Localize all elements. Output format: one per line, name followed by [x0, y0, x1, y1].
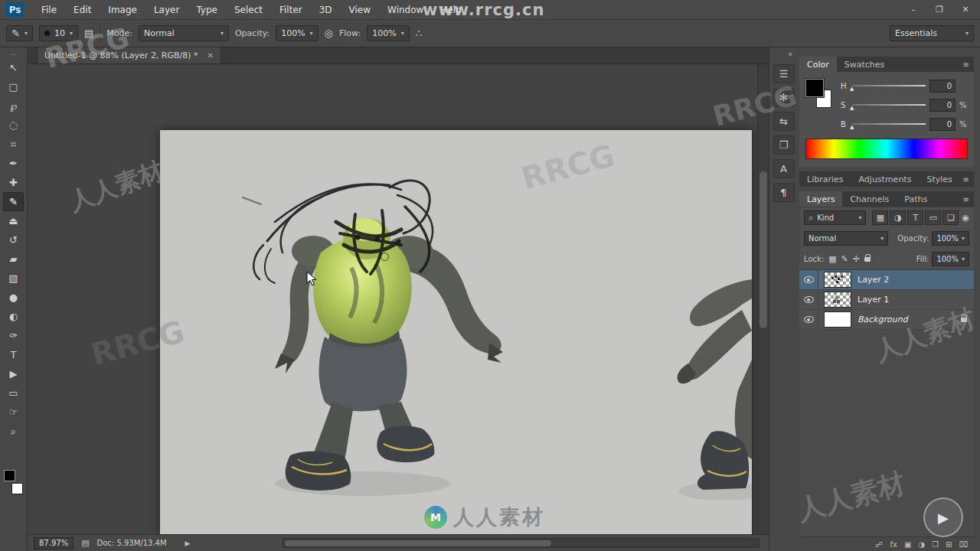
brush-settings-panel-icon[interactable]: ☰ [773, 64, 795, 83]
active-color-swatch[interactable] [805, 79, 833, 111]
clone-stamp-tool[interactable]: ⏏ [3, 211, 24, 230]
brush-preset-picker[interactable]: 10 ▾ [39, 25, 78, 41]
layer-filter-toggle-icon[interactable]: ◉ [962, 213, 969, 223]
flow-select[interactable]: 100% ▾ [367, 25, 409, 41]
tab-swatches[interactable]: Swatches [837, 57, 893, 72]
lock-pixels-icon[interactable]: ✎ [841, 254, 848, 264]
tab-channels[interactable]: Channels [842, 191, 897, 207]
adjustment-layer-icon[interactable]: ◑ [918, 540, 925, 549]
layer-thumbnail[interactable] [824, 311, 851, 328]
vertical-scrollbar[interactable] [757, 64, 769, 534]
vertical-scrollbar-thumb[interactable] [760, 171, 767, 328]
tab-libraries[interactable]: Libraries [799, 171, 851, 187]
rectangular-marquee-tool[interactable]: ▢ [3, 77, 24, 96]
zoom-tool[interactable]: ⌕ [3, 422, 24, 441]
menu-item-3d[interactable]: 3D [311, 0, 341, 20]
character-panel-icon[interactable]: A [773, 159, 795, 178]
tab-layers[interactable]: Layers [799, 191, 842, 207]
path-selection-tool[interactable]: ▶ [3, 364, 24, 383]
tab-paths[interactable]: Paths [897, 191, 935, 207]
quick-selection-tool[interactable]: ◌ [3, 116, 24, 135]
filter-smart-objects-icon[interactable]: ❏ [942, 210, 959, 225]
menu-item-edit[interactable]: Edit [65, 0, 100, 20]
menu-item-view[interactable]: View [341, 0, 379, 20]
layer-thumbnail[interactable] [824, 292, 851, 308]
brightness-slider[interactable]: ▲ [852, 123, 926, 125]
lock-all-icon[interactable] [864, 257, 871, 262]
photoshop-logo[interactable]: Ps [6, 2, 24, 18]
minimize-button[interactable]: – [908, 5, 919, 15]
horizontal-scrollbar-thumb[interactable] [285, 540, 551, 546]
delete-layer-icon[interactable]: ⌧ [959, 540, 968, 549]
blend-mode-select[interactable]: Normal ▾ [139, 25, 229, 41]
rectangle-tool[interactable]: ▭ [3, 383, 24, 403]
brush-tool[interactable]: ✎ [3, 192, 24, 211]
new-group-icon[interactable]: ❐ [932, 540, 939, 549]
panel-menu-icon[interactable]: ≡ [963, 195, 969, 204]
layer-effects-icon[interactable]: fx [890, 540, 897, 549]
toolbar-grip[interactable]: ⋯ [10, 51, 17, 58]
paragraph-panel-icon[interactable]: ¶ [773, 183, 795, 202]
brightness-value-field[interactable]: 0 [929, 118, 956, 131]
layer-row-background[interactable]: Background [799, 310, 974, 330]
menu-item-help[interactable]: Help [432, 0, 469, 20]
panel-menu-icon[interactable]: ≡ [963, 175, 969, 184]
layer-row-layer1[interactable]: Layer 1 [799, 290, 974, 310]
eraser-tool[interactable]: ▰ [3, 249, 24, 269]
background-color-swatch[interactable] [11, 483, 23, 494]
blur-tool[interactable]: ● [3, 288, 24, 307]
hue-slider[interactable]: ▲ [852, 85, 926, 86]
eyedropper-tool[interactable]: ✒ [3, 154, 24, 173]
history-brush-tool[interactable]: ↺ [3, 230, 24, 249]
type-tool[interactable]: T [3, 345, 24, 364]
layer-opacity-select[interactable]: 100% ▾ [932, 231, 969, 246]
filter-type-layers-icon[interactable]: T [907, 210, 923, 225]
toggle-brush-panel-icon[interactable]: ▤ [84, 28, 93, 39]
move-tool[interactable]: ↖ [3, 58, 24, 77]
filter-adjustment-layers-icon[interactable]: ◑ [890, 210, 906, 225]
foreground-color-swatch[interactable] [4, 470, 15, 481]
new-layer-icon[interactable]: ⊞ [946, 540, 952, 549]
filter-shape-layers-icon[interactable]: ▭ [925, 210, 941, 225]
close-icon[interactable]: ✕ [207, 51, 214, 60]
pen-pressure-opacity-icon[interactable]: ◎ [325, 28, 333, 39]
saturation-slider[interactable]: ▲ [852, 104, 926, 106]
menu-item-file[interactable]: File [33, 0, 65, 20]
horizontal-scrollbar[interactable] [283, 538, 760, 548]
layer-thumbnail[interactable] [824, 272, 851, 288]
hand-tool[interactable]: ☞ [3, 403, 24, 422]
tab-styles[interactable]: Styles [919, 171, 959, 187]
healing-brush-tool[interactable]: ✚ [3, 173, 24, 192]
layer-visibility-toggle[interactable] [799, 310, 818, 329]
menu-item-image[interactable]: Image [100, 0, 145, 20]
color-spectrum-ramp[interactable] [805, 139, 968, 159]
slider-thumb-icon[interactable]: ▲ [850, 86, 854, 92]
menu-item-filter[interactable]: Filter [271, 0, 311, 20]
lasso-tool[interactable]: ℘ [3, 96, 24, 116]
hue-value-field[interactable]: 0 [929, 80, 956, 93]
tab-color[interactable]: Color [799, 57, 837, 72]
opacity-select[interactable]: 100% ▾ [276, 25, 318, 41]
menu-item-type[interactable]: Type [188, 0, 226, 20]
menu-item-window[interactable]: Window [379, 0, 432, 20]
slider-thumb-icon[interactable]: ▲ [850, 105, 854, 111]
layer-visibility-toggle[interactable] [799, 270, 818, 289]
add-layer-mask-icon[interactable]: ▣ [904, 540, 911, 549]
panel-menu-icon[interactable]: ≡ [963, 60, 969, 69]
workspace-select[interactable]: Essentials ▾ [890, 25, 974, 41]
tool-preset-picker[interactable]: ✎ ▾ [6, 25, 33, 41]
layer-visibility-toggle[interactable] [799, 290, 818, 309]
crop-tool[interactable]: ⌗ [3, 135, 24, 154]
airbrush-icon[interactable]: ∴ [416, 28, 422, 39]
layer-row-layer2[interactable]: Layer 2 [799, 270, 974, 290]
filter-kind-select[interactable]: ⌕ Kind ▾ [804, 210, 866, 225]
lock-position-icon[interactable]: ✛ [853, 254, 860, 264]
layer-fill-select[interactable]: 100% ▾ [932, 252, 969, 266]
foreground-color-chip[interactable] [805, 79, 824, 97]
canvas-document[interactable]: M 人人素材 [160, 130, 752, 534]
saturation-value-field[interactable]: 0 [929, 99, 956, 112]
menu-item-layer[interactable]: Layer [145, 0, 188, 20]
layer-blend-mode-select[interactable]: Normal ▾ [804, 231, 888, 246]
pen-tool[interactable]: ✑ [3, 326, 24, 345]
close-button[interactable]: ✕ [960, 5, 971, 15]
